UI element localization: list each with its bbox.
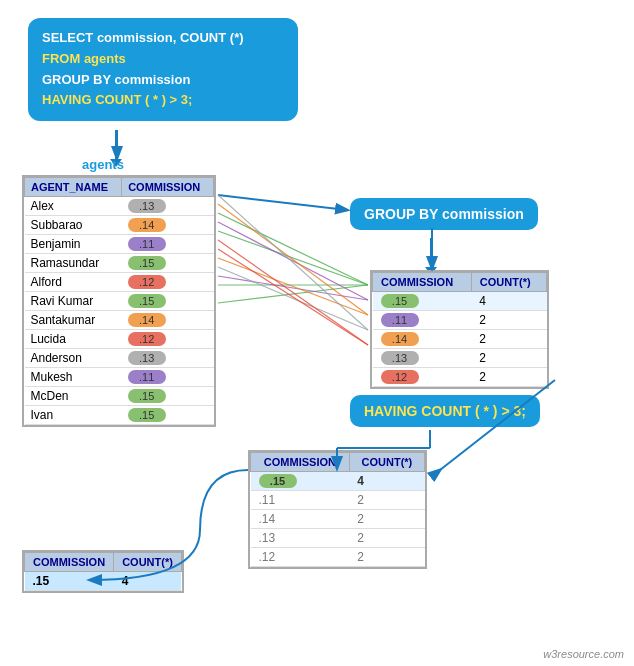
final-commission-cell: .15: [25, 572, 114, 591]
commission-pill: .15: [128, 408, 166, 422]
middle-commission-cell: .11: [251, 491, 350, 510]
sql-line-4: HAVING COUNT ( * ) > 3;: [42, 90, 284, 111]
groupby-count-cell: 4: [471, 292, 546, 311]
commission-pill: .13: [128, 351, 166, 365]
agent-commission-cell: .15: [122, 254, 214, 273]
groupby-count-cell: 2: [471, 330, 546, 349]
agent-commission-cell: .14: [122, 216, 214, 235]
commission-pill: .15: [128, 294, 166, 308]
agents-table-row: McDen.15: [25, 387, 214, 406]
agents-table-row: Alford.12: [25, 273, 214, 292]
middle-table-row: .154: [251, 472, 425, 491]
groupby-commission-cell: .14: [373, 330, 472, 349]
commission-pill: .11: [128, 237, 166, 251]
commission-pill: .11: [128, 370, 166, 384]
agents-table-row: Benjamin.11: [25, 235, 214, 254]
agent-commission-cell: .11: [122, 235, 214, 254]
agents-table-row: Lucida.12: [25, 330, 214, 349]
middle-count-cell: 2: [349, 491, 424, 510]
groupby-commission-cell: .13: [373, 349, 472, 368]
sql-line-1: SELECT commission, COUNT (*): [42, 28, 284, 49]
commission-pill: .13: [381, 351, 419, 365]
groupby-commission-cell: .12: [373, 368, 472, 387]
groupby-col-count: COUNT(*): [471, 273, 546, 292]
groupby-commission-cell: .11: [373, 311, 472, 330]
groupby-table-row: .132: [373, 349, 547, 368]
commission-pill: .15: [381, 294, 419, 308]
svg-line-11: [218, 195, 368, 330]
agent-name-cell: McDen: [25, 387, 122, 406]
svg-line-3: [218, 213, 368, 285]
agents-table-row: Ravi Kumar.15: [25, 292, 214, 311]
svg-line-4: [218, 231, 368, 285]
agents-label: agents: [82, 157, 124, 172]
commission-pill: .11: [381, 313, 419, 327]
agent-name-cell: Ivan: [25, 406, 122, 425]
final-col-count: COUNT(*): [114, 553, 182, 572]
groupby-commission-cell: .15: [373, 292, 472, 311]
svg-line-9: [218, 204, 368, 315]
svg-line-12: [218, 267, 368, 330]
middle-count-cell: 4: [349, 472, 424, 491]
agent-name-cell: Mukesh: [25, 368, 122, 387]
groupby-table-row: .154: [373, 292, 547, 311]
agents-table-row: Santakumar.14: [25, 311, 214, 330]
middle-table-row: .112: [251, 491, 425, 510]
final-table: COMMISSION COUNT(*) .154: [22, 550, 184, 593]
agent-commission-cell: .15: [122, 387, 214, 406]
sql-line-2: FROM agents: [42, 49, 284, 70]
svg-line-7: [218, 222, 368, 300]
final-count-cell: 4: [114, 572, 182, 591]
middle-count-cell: 2: [349, 529, 424, 548]
commission-pill: .13: [128, 199, 166, 213]
svg-line-14: [218, 249, 368, 345]
groupby-box: GROUP BY commission: [350, 198, 538, 230]
commission-pill: .15: [259, 474, 297, 488]
svg-line-6: [218, 285, 368, 303]
middle-commission-cell: .13: [251, 529, 350, 548]
commission-pill: .12: [128, 275, 166, 289]
sql-line-3: GROUP BY commission: [42, 70, 284, 91]
middle-commission-cell: .12: [251, 548, 350, 567]
main-container: SELECT commission, COUNT (*) FROM agents…: [0, 0, 634, 666]
commission-pill: .14: [381, 332, 419, 346]
middle-count-cell: 2: [349, 510, 424, 529]
commission-pill: .15: [128, 256, 166, 270]
agent-name-cell: Subbarao: [25, 216, 122, 235]
groupby-table-row: .112: [373, 311, 547, 330]
agents-table-row: Anderson.13: [25, 349, 214, 368]
agent-commission-cell: .13: [122, 197, 214, 216]
middle-table-row: .122: [251, 548, 425, 567]
middle-table-row: .132: [251, 529, 425, 548]
agent-name-cell: Santakumar: [25, 311, 122, 330]
commission-pill: .14: [128, 313, 166, 327]
agent-name-cell: Anderson: [25, 349, 122, 368]
agents-table-row: Ramasundar.15: [25, 254, 214, 273]
agent-commission-cell: .12: [122, 273, 214, 292]
sql-box: SELECT commission, COUNT (*) FROM agents…: [28, 18, 298, 121]
commission-pill: .14: [128, 218, 166, 232]
groupby-count-cell: 2: [471, 311, 546, 330]
agent-name-cell: Ravi Kumar: [25, 292, 122, 311]
groupby-count-cell: 2: [471, 368, 546, 387]
middle-commission-cell: .15: [251, 472, 350, 491]
middle-count-cell: 2: [349, 548, 424, 567]
agents-table-row: Ivan.15: [25, 406, 214, 425]
agent-commission-cell: .12: [122, 330, 214, 349]
groupby-table-row: .142: [373, 330, 547, 349]
having-box: HAVING COUNT ( * ) > 3;: [350, 395, 540, 427]
middle-col-commission: COMMISSION: [251, 453, 350, 472]
agent-commission-cell: .11: [122, 368, 214, 387]
agent-commission-cell: .14: [122, 311, 214, 330]
agent-commission-cell: .15: [122, 406, 214, 425]
agent-name-cell: Ramasundar: [25, 254, 122, 273]
middle-commission-cell: .14: [251, 510, 350, 529]
agent-name-cell: Lucida: [25, 330, 122, 349]
agent-name-cell: Alex: [25, 197, 122, 216]
agents-table-row: Mukesh.11: [25, 368, 214, 387]
groupby-count-cell: 2: [471, 349, 546, 368]
commission-pill: .12: [381, 370, 419, 384]
commission-pill: .15: [128, 389, 166, 403]
watermark: w3resource.com: [543, 648, 624, 660]
agent-commission-cell: .13: [122, 349, 214, 368]
